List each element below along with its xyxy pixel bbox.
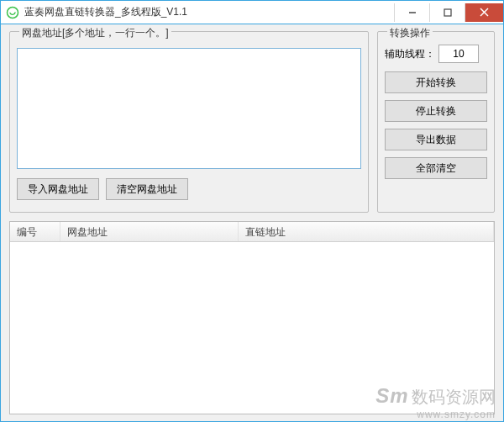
result-table-header: 编号 网盘地址 直链地址 xyxy=(10,222,494,242)
app-icon xyxy=(6,6,19,19)
clear-address-button[interactable]: 清空网盘地址 xyxy=(106,178,188,200)
operations-panel-label: 转换操作 xyxy=(387,27,433,39)
top-row: 网盘地址[多个地址，一行一个。] 导入网盘地址 清空网盘地址 转换操作 辅助线程… xyxy=(9,31,495,213)
start-convert-button[interactable]: 开始转换 xyxy=(385,71,487,93)
operations-panel: 转换操作 辅助线程： 开始转换 停止转换 导出数据 全部清空 xyxy=(377,31,495,213)
address-button-row: 导入网盘地址 清空网盘地址 xyxy=(17,178,361,200)
app-window: 蓝奏网盘直链转换器_多线程版_V1.1 网盘地址[多个地址，一行一个。] 导入网… xyxy=(0,0,504,422)
column-header-source[interactable]: 网盘地址 xyxy=(60,222,239,241)
close-button[interactable] xyxy=(465,3,503,22)
clear-all-button[interactable]: 全部清空 xyxy=(385,157,487,179)
address-textarea[interactable] xyxy=(17,48,361,169)
operation-buttons: 开始转换 停止转换 导出数据 全部清空 xyxy=(385,71,487,179)
thread-count-input[interactable] xyxy=(438,45,479,63)
result-table[interactable]: 编号 网盘地址 直链地址 xyxy=(9,221,495,414)
window-title: 蓝奏网盘直链转换器_多线程版_V1.1 xyxy=(24,5,187,19)
column-header-direct[interactable]: 直链地址 xyxy=(239,222,494,241)
maximize-button[interactable] xyxy=(429,3,465,22)
maximize-icon xyxy=(444,8,452,17)
close-icon xyxy=(480,8,489,17)
stop-convert-button[interactable]: 停止转换 xyxy=(385,100,487,122)
minimize-button[interactable] xyxy=(394,3,429,22)
titlebar: 蓝奏网盘直链转换器_多线程版_V1.1 xyxy=(1,1,503,24)
svg-point-0 xyxy=(8,7,18,18)
minimize-icon xyxy=(408,8,417,17)
svg-rect-2 xyxy=(444,9,451,16)
thread-label: 辅助线程： xyxy=(385,47,435,61)
thread-row: 辅助线程： xyxy=(385,45,487,63)
client-area: 网盘地址[多个地址，一行一个。] 导入网盘地址 清空网盘地址 转换操作 辅助线程… xyxy=(1,24,503,421)
import-address-button[interactable]: 导入网盘地址 xyxy=(17,178,99,200)
column-header-index[interactable]: 编号 xyxy=(10,222,60,241)
address-panel-label: 网盘地址[多个地址，一行一个。] xyxy=(19,27,171,39)
address-input-panel: 网盘地址[多个地址，一行一个。] 导入网盘地址 清空网盘地址 xyxy=(9,31,369,213)
export-data-button[interactable]: 导出数据 xyxy=(385,129,487,150)
